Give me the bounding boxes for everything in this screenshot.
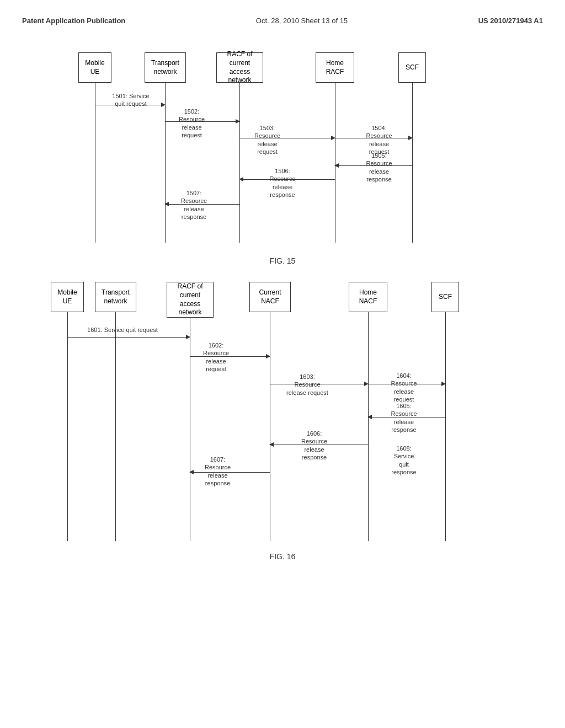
fig15-label-1506: 1506:Resourcereleaseresponse: [255, 167, 310, 199]
fig15-mobile-ue: MobileUE: [78, 52, 111, 83]
fig16-label-1602: 1602:Resourcereleaserequest: [190, 341, 242, 373]
fig16-label: FIG. 16: [22, 552, 543, 561]
fig16-home-nacf: HomeNACF: [349, 282, 387, 312]
fig16-racf-current: RACF ofcurrentaccessnetwork: [167, 282, 214, 318]
fig16-transport: Transportnetwork: [95, 282, 136, 312]
fig15-label-1503: 1503:Resourcereleaserequest: [241, 124, 294, 156]
fig16-lifeline-transport: [115, 312, 116, 541]
fig15-scf: SCF: [398, 52, 426, 83]
fig16-label-1601: 1601: Service quit request: [67, 326, 178, 334]
fig15-transport: Transportnetwork: [145, 52, 186, 83]
fig16-label-1608: 1608:Servicequitresponse: [376, 445, 431, 476]
fig15-label-1501: 1501: Servicequit request: [95, 92, 167, 108]
fig16-label-1603: 1603:Resourcerelease request: [271, 373, 343, 397]
fig15-racf-current: RACF ofcurrentaccessnetwork: [216, 52, 263, 83]
fig16-lifeline-current-nacf: [270, 312, 270, 541]
fig16-lifeline-scf: [445, 312, 446, 541]
fig16-lifeline-home-nacf: [368, 312, 369, 541]
fig15-lifeline-home-racf: [335, 83, 335, 243]
fig16-label-1606: 1606:Resourcereleaseresponse: [285, 430, 343, 461]
page: Patent Application Publication Oct. 28, …: [0, 0, 565, 728]
page-header: Patent Application Publication Oct. 28, …: [22, 11, 543, 36]
fig16-section: MobileUE Transportnetwork RACF ofcurrent…: [22, 276, 543, 561]
fig16-lifeline-mobile: [67, 312, 68, 541]
fig15-label-1504: 1504:Resourcereleaserequest: [351, 124, 407, 156]
fig16-current-nacf: CurrentNACF: [249, 282, 291, 312]
header-left: Patent Application Publication: [22, 17, 125, 25]
fig16-mobile-ue: MobileUE: [51, 282, 84, 312]
fig15-section: MobileUE Transportnetwork RACF ofcurrent…: [22, 47, 543, 265]
fig16-scf: SCF: [431, 282, 459, 312]
fig15-diagram: MobileUE Transportnetwork RACF ofcurrent…: [45, 47, 520, 251]
header-center: Oct. 28, 2010 Sheet 13 of 15: [256, 17, 348, 25]
fig15-home-racf: HomeRACF: [316, 52, 354, 83]
fig15-label: FIG. 15: [22, 256, 543, 265]
fig15-label-1502: 1502:Resourcereleaserequest: [166, 108, 218, 139]
fig16-arrow-1601: [67, 337, 190, 338]
fig16-label-1605: 1605:Resourcereleaseresponse: [376, 402, 431, 433]
fig15-label-1505: 1505:Resourcereleaseresponse: [351, 152, 407, 183]
fig16-label-1607: 1607:Resourcereleaseresponse: [191, 456, 244, 487]
fig15-label-1507: 1507:Resourcereleaseresponse: [168, 189, 220, 221]
fig15-lifeline-scf: [412, 83, 413, 243]
fig15-lifeline-racf: [239, 83, 240, 243]
fig16-diagram: MobileUE Transportnetwork RACF ofcurrent…: [34, 276, 531, 547]
fig16-label-1604: 1604:Resourcereleaserequest: [376, 372, 431, 403]
header-right: US 2010/271943 A1: [478, 17, 543, 25]
